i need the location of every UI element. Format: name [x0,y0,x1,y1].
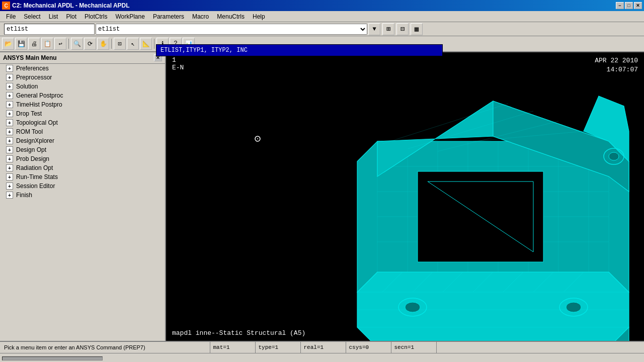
expand-icon-timehist-postpro: + [6,101,13,108]
sidebar-label-solution: Solution [16,83,38,90]
sidebar-item-general-postproc[interactable]: + General Postproc [0,91,165,100]
expand-icon-general-postproc: + [6,92,13,99]
expand-icon-preferences: + [6,65,13,72]
expand-icon-designxplorer: + [6,137,13,144]
sidebar-item-prob-design[interactable]: + Prob Design [0,154,165,163]
menu-macro[interactable]: Macro [188,12,213,21]
sidebar-item-timehist-postpro[interactable]: + TimeHist Postpro [0,100,165,109]
toolbar-btn-2[interactable]: ⊟ [396,23,409,35]
expand-icon-rom-tool: + [6,128,13,135]
sidebar-label-preferences: Preferences [16,65,49,72]
sidebar-item-preferences[interactable]: + Preferences [0,64,165,73]
copy-button[interactable]: 📋 [41,38,53,50]
command-autocomplete[interactable]: ETLIST,ITYP1, ITYP2, INC [156,44,443,56]
minimize-button[interactable]: − [616,2,624,9]
save-button[interactable]: 💾 [15,38,27,50]
main-area: ANSYS Main Menu ✕ + Preferences + Prepro… [0,52,644,341]
sidebar-item-topological-opt[interactable]: + Topological Opt [0,118,165,127]
svg-point-39 [405,302,420,312]
maximize-button[interactable]: □ [625,2,633,9]
rotate-button[interactable]: ⟳ [84,38,96,50]
sidebar-label-drop-test: Drop Test [16,110,42,117]
sidebar-item-solution[interactable]: + Solution [0,82,165,91]
close-button[interactable]: ✕ [634,2,642,9]
viewport[interactable]: 1 E-N APR 22 2010 14:07:07 mapdl inne--S… [166,52,644,341]
expand-icon-session-editor: + [6,183,13,190]
undo-button[interactable]: ↩ [54,38,66,50]
menu-parameters[interactable]: Parameters [149,12,188,21]
sidebar-item-rom-tool[interactable]: + ROM Tool [0,127,165,136]
menu-menuctrls[interactable]: MenuCtrls [213,12,249,21]
menu-select[interactable]: Select [20,12,44,21]
sidebar-item-designxplorer[interactable]: + DesignXplorer [0,136,165,145]
command-input[interactable] [4,24,95,35]
status-real: real=1 [301,342,346,353]
open-button[interactable]: 📂 [2,38,14,50]
sidebar-label-finish: Finish [16,192,32,199]
pan-button[interactable]: ✋ [97,38,109,50]
viewport-model-label: mapdl inne--Static Structural (A5) [172,329,305,337]
sidebar-label-radiation-opt: Radiation Opt [16,164,53,171]
sidebar-label-design-opt: Design Opt [16,146,46,153]
menu-bar: File Select List Plot PlotCtrls WorkPlan… [0,11,644,22]
menu-plot[interactable]: Plot [62,12,80,21]
sidebar-item-run-time-stats[interactable]: + Run-Time Stats [0,172,165,182]
expand-icon-preprocessor: + [6,74,13,81]
sidebar-label-topological-opt: Topological Opt [16,119,58,126]
command-bar: etlist ▼ ⊞ ⊟ ▦ [0,22,644,36]
expand-icon-radiation-opt: + [6,164,13,171]
expand-icon-run-time-stats: + [6,173,13,180]
menu-help[interactable]: Help [249,12,269,21]
toolbar-separator-1 [68,39,69,49]
toolbar-separator-2 [111,39,112,49]
toolbar-separator-3 [154,39,154,49]
sidebar-item-radiation-opt[interactable]: + Radiation Opt [0,163,165,172]
menu-workplane[interactable]: WorkPlane [111,12,148,21]
expand-icon-drop-test: + [6,110,13,117]
cursor-indicator [254,135,261,142]
sidebar-label-rom-tool: ROM Tool [16,128,43,135]
select-button[interactable]: ↖ [127,38,139,50]
sidebar-item-finish[interactable]: + Finish [0,191,165,200]
sidebar-label-prob-design: Prob Design [16,155,49,162]
expand-icon-prob-design: + [6,155,13,162]
sidebar: ANSYS Main Menu ✕ + Preferences + Prepro… [0,52,166,341]
title-bar: C C2: Mechanical APDL - Mechanical APDL … [0,0,644,11]
status-csys: csys=0 [346,342,391,353]
viewport-number-label: 1 E-N [172,56,184,71]
status-extra [437,342,645,353]
print-button[interactable]: 🖨 [28,38,40,50]
menu-file[interactable]: File [2,12,20,21]
fit-button[interactable]: ⊡ [114,38,126,50]
toolbar-btn-3[interactable]: ▦ [411,23,423,35]
svg-point-41 [566,302,581,312]
progress-bar [2,356,103,360]
window-title: C2: Mechanical APDL - Mechanical APDL [12,2,130,9]
status-secn: secn=1 [391,342,437,353]
status-type: type=1 [256,342,301,353]
measure-button[interactable]: 📐 [140,38,152,50]
expand-icon-design-opt: + [6,146,13,153]
status-mat: mat=1 [210,342,256,353]
viewport-sublabel: E-N [172,64,184,71]
command-dropdown[interactable]: etlist [96,24,367,35]
3d-model-svg [166,52,644,341]
sidebar-header: ANSYS Main Menu ✕ [0,52,165,64]
sidebar-item-drop-test[interactable]: + Drop Test [0,109,165,118]
menu-plotctrls[interactable]: PlotCtrls [80,12,111,21]
sidebar-item-design-opt[interactable]: + Design Opt [0,145,165,154]
zoom-button[interactable]: 🔍 [71,38,83,50]
sidebar-label-session-editor: Session Editor [16,183,55,190]
viewport-time: 14:07:07 [595,65,638,74]
expand-icon-finish: + [6,192,13,199]
viewport-date-time: APR 22 2010 14:07:07 [595,56,638,74]
menu-list[interactable]: List [45,12,62,21]
bottom-resize-bar[interactable] [0,353,644,362]
toolbar-btn-1[interactable]: ⊞ [382,23,394,35]
model-name-label: mapdl inne--Static Structural (A5) [172,329,305,337]
viewport-date: APR 22 2010 [595,56,638,65]
sidebar-item-session-editor[interactable]: + Session Editor [0,182,165,191]
app-icon: C [2,2,10,10]
dropdown-arrow-button[interactable]: ▼ [368,23,380,35]
sidebar-item-preprocessor[interactable]: + Preprocessor [0,73,165,82]
